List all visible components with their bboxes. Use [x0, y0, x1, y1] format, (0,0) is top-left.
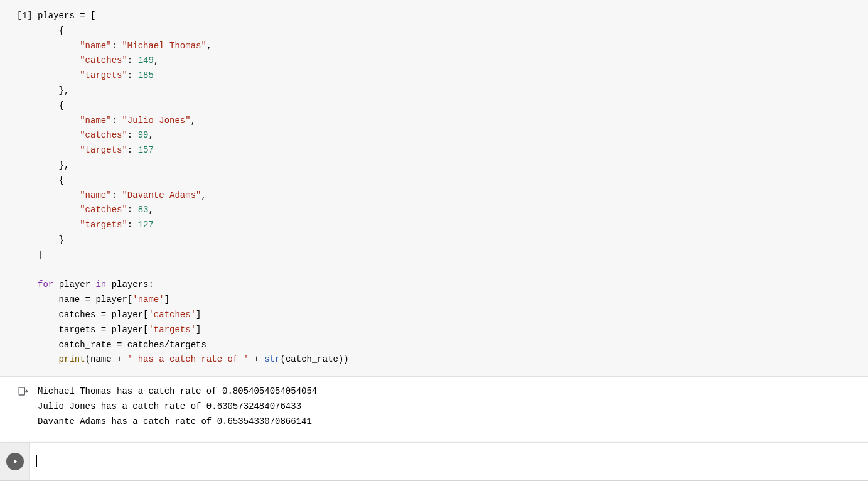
token-paren: ))	[338, 354, 349, 364]
token-number: 83	[138, 205, 149, 215]
token-op: +	[249, 354, 264, 364]
cell-output: Michael Thomas has a catch rate of 0.805…	[0, 384, 868, 429]
token-brace: }	[38, 235, 64, 245]
text-cursor	[36, 455, 37, 467]
token-var: players	[38, 11, 75, 21]
token-var: catch_rate	[286, 354, 338, 364]
token-string: "name"	[80, 190, 111, 200]
token-punct: :	[127, 70, 138, 80]
token-string: "targets"	[80, 145, 127, 155]
token-punct: ,	[148, 130, 153, 140]
token-var: name	[90, 354, 112, 364]
output-indicator-icon[interactable]	[0, 384, 38, 403]
token-bracket: ]	[196, 325, 201, 335]
token-var: player	[59, 279, 90, 290]
cell-execution-count: [1]	[0, 0, 38, 376]
token-bracket: ]	[164, 295, 169, 305]
code-line: name = player[	[38, 295, 132, 305]
token-string: 'catches'	[148, 310, 196, 320]
code-line: catch_rate = catches/targets	[38, 340, 206, 350]
code-editor[interactable]: players = [ { "name": "Michael Thomas", …	[38, 0, 868, 376]
code-line: catches = player[	[38, 310, 148, 320]
token-punct: ,	[148, 205, 153, 215]
token-string: 'name'	[132, 295, 164, 305]
token-string: "catches"	[80, 130, 127, 140]
token-builtin: str	[264, 354, 280, 364]
token-punct: :	[127, 220, 138, 230]
token-brace: },	[38, 85, 69, 95]
token-punct: :	[127, 205, 138, 215]
token-punct: :	[112, 190, 122, 200]
token-string: "targets"	[80, 220, 127, 230]
token-string: "name"	[80, 116, 111, 126]
token-string: "Davante Adams"	[122, 190, 201, 200]
token-builtin: print	[59, 354, 85, 364]
token-string: "catches"	[80, 55, 127, 65]
play-icon	[6, 453, 24, 470]
notebook: [1] players = [ { "name": "Michael Thoma…	[0, 0, 868, 481]
token-op: = [	[75, 11, 96, 21]
token-keyword: for	[38, 279, 53, 290]
token-number: 185	[138, 70, 154, 80]
token-string: ' has a catch rate of '	[127, 354, 249, 364]
token-punct: ,	[154, 55, 159, 65]
token-paren: (	[281, 354, 286, 364]
token-punct: :	[112, 41, 122, 51]
token-string: "name"	[80, 41, 111, 51]
token-string: "Michael Thomas"	[122, 41, 206, 51]
token-string: "Julio Jones"	[122, 116, 190, 126]
token-brace: {	[38, 100, 64, 111]
token-punct: :	[127, 130, 138, 140]
output-line: Michael Thomas has a catch rate of 0.805…	[38, 386, 317, 396]
svg-rect-0	[19, 387, 24, 395]
token-number: 157	[138, 145, 154, 155]
token-brace: },	[38, 160, 69, 170]
token-number: 127	[138, 220, 154, 230]
empty-code-editor[interactable]	[30, 444, 868, 479]
token-punct: :	[127, 145, 138, 155]
token-var: players:	[112, 279, 154, 290]
new-code-cell[interactable]	[0, 442, 868, 481]
token-punct: :	[127, 55, 138, 65]
token-keyword: in	[95, 279, 106, 290]
code-cell[interactable]: [1] players = [ { "name": "Michael Thoma…	[0, 0, 868, 377]
code-line: targets = player[	[38, 325, 148, 335]
token-string: 'targets'	[148, 325, 196, 335]
token-bracket: ]	[38, 250, 43, 260]
token-number: 149	[138, 55, 154, 65]
token-punct: ,	[201, 190, 206, 200]
output-line: Julio Jones has a catch rate of 0.630573…	[38, 401, 301, 411]
indent	[38, 354, 59, 364]
token-string: "targets"	[80, 70, 127, 80]
token-punct: ,	[191, 116, 196, 126]
token-paren: (	[85, 354, 90, 364]
run-cell-button[interactable]	[0, 443, 30, 480]
token-number: 99	[138, 130, 149, 140]
token-string: "catches"	[80, 205, 127, 215]
token-op: +	[112, 354, 127, 364]
token-brace: {	[38, 26, 64, 36]
token-punct: :	[112, 116, 122, 126]
token-punct: ,	[206, 41, 212, 51]
output-line: Davante Adams has a catch rate of 0.6535…	[38, 416, 312, 426]
stdout-text: Michael Thomas has a catch rate of 0.805…	[38, 384, 868, 429]
token-bracket: ]	[196, 310, 201, 320]
token-brace: {	[38, 175, 64, 185]
